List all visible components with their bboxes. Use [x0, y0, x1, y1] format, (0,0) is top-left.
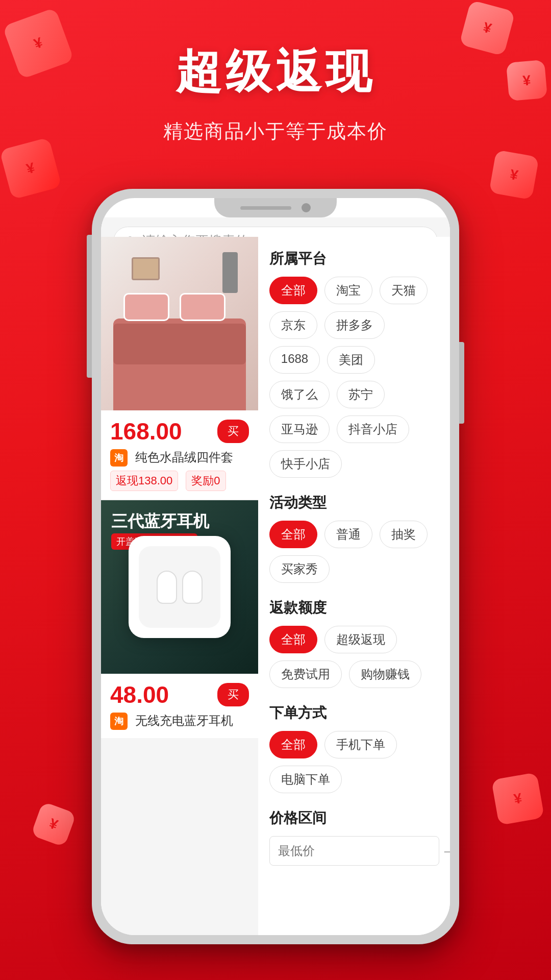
filter-title-price: 价格区间: [269, 808, 439, 828]
filter-section-order: 下单方式 全部 手机下单 电脑下单: [269, 703, 439, 793]
platform-chip-douyin[interactable]: 抖音小店: [337, 415, 409, 443]
reward-tag-bedding: 奖励0: [186, 471, 226, 491]
filter-section-platform: 所属平台 全部 淘宝 天猫 京东 拼多多 1688 美团 饿了么 苏宁 亚马逊: [269, 249, 439, 478]
hero-subtitle: 精选商品小于等于成本价: [0, 118, 551, 144]
phone-screen: 请输入您要搜索的 全部 潮流女装 精品鞋 默认 最新 ▼: [101, 198, 450, 935]
cashback-row-bedding: 返现138.00 奖励0: [110, 471, 249, 491]
earphone-pods: [157, 571, 203, 604]
product-info-earphone: 48.00 买 淘 无线充电蓝牙耳机: [101, 674, 258, 738]
price-min-input[interactable]: [269, 836, 439, 866]
notch-camera: [302, 203, 311, 212]
notch-bar: [240, 206, 291, 210]
bed-blanket: [113, 324, 246, 364]
filter-title-activity: 活动类型: [269, 493, 439, 512]
platform-chip-taobao[interactable]: 淘宝: [324, 277, 372, 304]
bed-pillow-2: [180, 293, 226, 321]
product-card-earphone[interactable]: 三代蓝牙耳机 开盖弹窗/改名定位: [101, 500, 258, 738]
platform-chips: 全部 淘宝 天猫 京东 拼多多 1688 美团 饿了么 苏宁 亚马逊 抖音小店 …: [269, 277, 439, 478]
bed-illustration: [101, 237, 258, 410]
bed-pillow-1: [123, 293, 169, 321]
price-range-row: —: [269, 836, 439, 866]
platform-chip-kuaishou[interactable]: 快手小店: [269, 450, 342, 478]
platform-chip-eleme[interactable]: 饿了么: [269, 381, 330, 408]
cashback-chip-super[interactable]: 超级返现: [324, 626, 397, 653]
platform-chip-jd[interactable]: 京东: [269, 311, 317, 339]
hero-title: 超级返现: [0, 41, 551, 103]
product-tags-earphone: 淘 无线充电蓝牙耳机: [110, 713, 249, 730]
platform-chip-meituan[interactable]: 美团: [327, 346, 375, 374]
earphone-inner: [139, 546, 220, 628]
product-list-panel: 168.00 买 淘 纯色水晶绒四件套 返现138.00 奖励0: [101, 237, 258, 935]
filter-panel: 所属平台 全部 淘宝 天猫 京东 拼多多 1688 美团 饿了么 苏宁 亚马逊: [258, 237, 450, 935]
product-card-bedding[interactable]: 168.00 买 淘 纯色水晶绒四件套 返现138.00 奖励0: [101, 237, 258, 499]
platform-chip-all[interactable]: 全部: [269, 277, 317, 304]
platform-tag-earphone: 淘: [110, 713, 128, 730]
activity-chip-all[interactable]: 全部: [269, 521, 317, 548]
filter-title-order: 下单方式: [269, 703, 439, 723]
filter-section-price: 价格区间 —: [269, 808, 439, 866]
cashback-chip-earn[interactable]: 购物赚钱: [349, 660, 421, 688]
platform-chip-amazon[interactable]: 亚马逊: [269, 415, 330, 443]
platform-chip-1688[interactable]: 1688: [269, 346, 320, 374]
product-info-bedding: 168.00 买 淘 纯色水晶绒四件套 返现138.00 奖励0: [101, 410, 258, 499]
activity-chips: 全部 普通 抽奖 买家秀: [269, 521, 439, 583]
cashback-chip-all[interactable]: 全部: [269, 626, 317, 653]
platform-chip-pdd[interactable]: 拼多多: [324, 311, 385, 339]
buy-button-earphone[interactable]: 买: [217, 683, 249, 706]
activity-chip-buyer-show[interactable]: 买家秀: [269, 555, 330, 583]
order-chip-pc[interactable]: 电脑下单: [269, 766, 342, 793]
pod-left: [157, 571, 177, 604]
cashback-chips: 全部 超级返现 免费试用 购物赚钱: [269, 626, 439, 688]
deco-coin-4: ¥: [489, 150, 539, 200]
bed-body: [113, 318, 246, 410]
deco-coin-7: ¥: [491, 772, 544, 825]
phone-notch: [214, 198, 337, 217]
cashback-chip-free[interactable]: 免费试用: [269, 660, 342, 688]
price-dash: —: [444, 844, 450, 858]
activity-chip-normal[interactable]: 普通: [324, 521, 372, 548]
phone-mockup: 请输入您要搜索的 全部 潮流女装 精品鞋 默认 最新 ▼: [92, 189, 459, 944]
earphone-banner-title: 三代蓝牙耳机: [111, 510, 209, 533]
buy-button-bedding[interactable]: 买: [217, 420, 249, 443]
order-chip-mobile[interactable]: 手机下单: [324, 731, 397, 758]
platform-chip-suning[interactable]: 苏宁: [337, 381, 385, 408]
app-content: 请输入您要搜索的 全部 潮流女装 精品鞋 默认 最新 ▼: [101, 217, 450, 935]
filter-section-activity: 活动类型 全部 普通 抽奖 买家秀: [269, 493, 439, 583]
product-image-earphone: 三代蓝牙耳机 开盖弹窗/改名定位: [101, 500, 258, 674]
platform-chip-tmall[interactable]: 天猫: [380, 277, 428, 304]
product-image-bedding: [101, 237, 258, 410]
filter-title-cashback: 返款额度: [269, 598, 439, 618]
filter-section-cashback: 返款额度 全部 超级返现 免费试用 购物赚钱: [269, 598, 439, 688]
product-price-earphone: 48.00: [110, 681, 169, 708]
pod-right: [182, 571, 203, 604]
activity-chip-lottery[interactable]: 抽奖: [380, 521, 428, 548]
product-price-bedding: 168.00: [110, 418, 182, 445]
product-title-bedding: 纯色水晶绒四件套: [135, 449, 249, 467]
earphone-case: [129, 536, 231, 638]
phone-frame: 请输入您要搜索的 全部 潮流女装 精品鞋 默认 最新 ▼: [92, 189, 459, 944]
platform-tag-taobao: 淘: [110, 449, 128, 467]
order-chip-all[interactable]: 全部: [269, 731, 317, 758]
product-tags-bedding: 淘 纯色水晶绒四件套: [110, 449, 249, 467]
order-chips: 全部 手机下单 电脑下单: [269, 731, 439, 793]
product-list: 168.00 买 淘 纯色水晶绒四件套 返现138.00 奖励0: [101, 237, 258, 738]
cashback-tag-bedding: 返现138.00: [110, 471, 178, 491]
product-title-earphone: 无线充电蓝牙耳机: [135, 713, 249, 730]
hero-section: 超级返现 精选商品小于等于成本价: [0, 41, 551, 144]
filter-title-platform: 所属平台: [269, 249, 439, 268]
